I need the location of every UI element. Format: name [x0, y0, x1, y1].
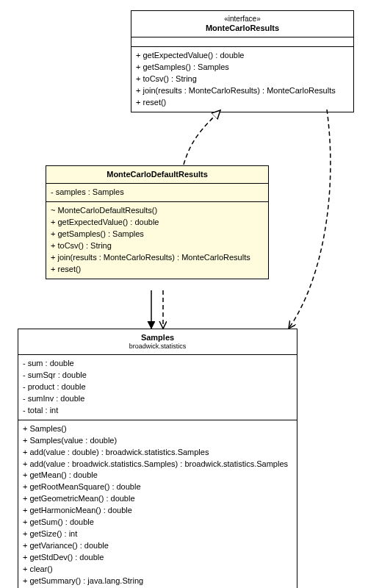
operation: + getSamples() : Samples — [51, 229, 264, 240]
class-title: Samples broadwick.statistics — [18, 329, 297, 355]
attribute: - sumInv : double — [23, 393, 292, 405]
operation: + getSize() : int — [23, 528, 292, 540]
operation: + reset() — [136, 97, 349, 109]
operation: + clear() — [23, 564, 292, 576]
operation: + getSum() : double — [23, 517, 292, 528]
operation: + getRootMeanSquare() : double — [23, 481, 292, 493]
operations-section: + getExpectedValue() : double + getSampl… — [131, 47, 353, 112]
operation: + getGeometricMean() : double — [23, 493, 292, 505]
operation: + toCsv() : String — [51, 240, 264, 252]
class-title: «interface» MonteCarloResults — [131, 11, 353, 37]
attribute: - product : double — [23, 381, 292, 393]
operation: + getExpectedValue() : double — [136, 50, 349, 62]
operation: + getVariance() : double — [23, 540, 292, 552]
operation: + getHarmonicMean() : double — [23, 505, 292, 517]
operation: + toCsv() : String — [136, 74, 349, 85]
package-label: broadwick.statistics — [23, 343, 292, 350]
class-interface-montecarloresults: «interface» MonteCarloResults + getExpec… — [131, 10, 354, 112]
operation: + getExpectedValue() : double — [51, 217, 264, 229]
class-name: MonteCarloDefaultResults — [107, 170, 208, 179]
operation: + join(results : MonteCarloResults) : Mo… — [136, 85, 349, 97]
attributes-section: - samples : Samples — [46, 184, 268, 202]
attributes-section-empty — [131, 37, 353, 47]
attributes-section: - sum : double - sumSqr : double - produ… — [18, 355, 297, 420]
operation: + reset() — [51, 264, 264, 276]
class-samples: Samples broadwick.statistics - sum : dou… — [18, 329, 297, 588]
dependency-interface-to-samples — [289, 110, 331, 329]
class-title: MonteCarloDefaultResults — [46, 166, 268, 184]
operation: + getStdDev() : double — [23, 552, 292, 564]
operation: + add(value : double) : broadwick.statis… — [23, 447, 292, 459]
stereotype-label: «interface» — [136, 15, 349, 23]
realization-defaults-to-interface — [184, 110, 220, 165]
operations-section: + Samples() + Samples(value : double) + … — [18, 420, 297, 588]
class-montecarlodefaultresults: MonteCarloDefaultResults - samples : Sam… — [46, 165, 269, 279]
operation: + Samples(value : double) — [23, 435, 292, 447]
operation: + join(results : MonteCarloResults) : Mo… — [51, 252, 264, 264]
class-name: MonteCarloResults — [206, 24, 279, 32]
attribute: - total : int — [23, 405, 292, 417]
operation: ~ MonteCarloDefaultResults() — [51, 205, 264, 217]
attribute: - samples : Samples — [51, 187, 264, 198]
operations-section: ~ MonteCarloDefaultResults() + getExpect… — [46, 202, 268, 279]
operation: + getMean() : double — [23, 470, 292, 481]
operation: + Samples() — [23, 423, 292, 435]
operation: + getSummary() : java.lang.String — [23, 576, 292, 587]
class-name: Samples — [141, 333, 174, 342]
operation: + getSamples() : Samples — [136, 62, 349, 74]
attribute: - sumSqr : double — [23, 370, 292, 381]
attribute: - sum : double — [23, 358, 292, 370]
operation: + add(value : broadwick.statistics.Sampl… — [23, 459, 292, 470]
